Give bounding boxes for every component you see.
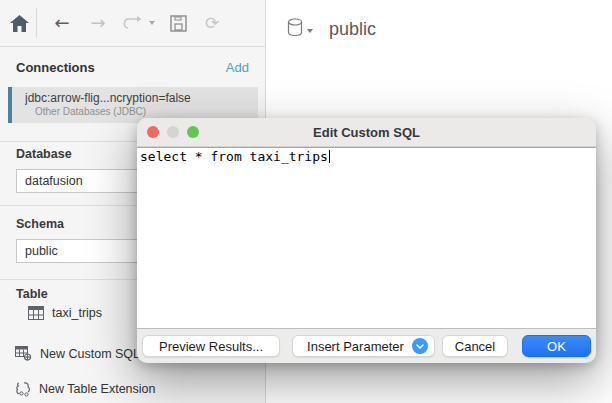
new-custom-sql-label: New Custom SQL <box>40 347 140 361</box>
database-cylinder-icon[interactable] <box>287 18 303 41</box>
dialog-title: Edit Custom SQL <box>313 125 420 140</box>
sql-text: select * from taxi_trips <box>140 149 328 164</box>
reset-dropdown-caret-icon[interactable] <box>149 21 155 25</box>
custom-sql-icon <box>15 346 32 361</box>
new-table-extension-label: New Table Extension <box>39 382 156 396</box>
back-icon[interactable]: ← <box>49 10 75 36</box>
dialog-footer: Preview Results... Insert Parameter Canc… <box>137 329 596 363</box>
database-label: Database <box>16 147 72 161</box>
table-item-taxi-trips[interactable]: taxi_trips <box>28 306 102 320</box>
save-icon[interactable] <box>165 10 191 36</box>
database-dropdown-caret-icon[interactable] <box>307 29 313 33</box>
reset-icon <box>119 10 149 36</box>
connection-subtitle: Other Databases (JDBC) <box>25 106 254 117</box>
edit-custom-sql-dialog: Edit Custom SQL select * from taxi_trips… <box>137 118 596 363</box>
table-grid-icon <box>28 306 44 320</box>
toolbar-divider <box>36 8 37 38</box>
table-item-label: taxi_trips <box>52 306 102 320</box>
traffic-lights <box>147 126 199 138</box>
connections-header: Connections Add <box>16 60 249 75</box>
insert-parameter-label: Insert Parameter <box>307 339 404 354</box>
close-icon[interactable] <box>147 126 159 138</box>
text-cursor <box>329 150 330 163</box>
forward-icon: → <box>85 10 111 36</box>
sql-text-editor[interactable]: select * from taxi_trips <box>137 147 596 329</box>
schema-label: Schema <box>16 217 64 231</box>
cancel-button[interactable]: Cancel <box>442 335 508 357</box>
dialog-titlebar[interactable]: Edit Custom SQL <box>137 118 596 147</box>
tableau-data-source-window: ← → ⟳ Connections Add jdbc:arrow-flig...… <box>0 0 612 403</box>
refresh-icon: ⟳ <box>199 10 225 36</box>
ok-button[interactable]: OK <box>522 335 591 357</box>
new-table-extension[interactable]: New Table Extension <box>15 381 156 397</box>
table-label: Table <box>16 287 48 301</box>
zoom-icon[interactable] <box>187 126 199 138</box>
schema-select-value: public <box>25 244 58 258</box>
insert-parameter-button[interactable]: Insert Parameter <box>292 335 435 357</box>
minimize-icon <box>167 126 179 138</box>
connections-label: Connections <box>16 60 95 75</box>
canvas-header: public <box>287 18 376 41</box>
new-custom-sql[interactable]: New Custom SQL <box>15 346 140 361</box>
home-icon[interactable] <box>6 10 32 36</box>
add-connection-link[interactable]: Add <box>226 60 249 75</box>
canvas-schema-title: public <box>329 19 376 40</box>
table-extension-icon <box>15 381 31 397</box>
toolbar: ← → ⟳ <box>0 0 265 47</box>
chevron-down-icon <box>412 338 428 354</box>
preview-results-button[interactable]: Preview Results... <box>142 335 280 357</box>
database-select-value: datafusion <box>25 174 83 188</box>
connection-title: jdbc:arrow-flig...ncryption=false <box>25 91 254 105</box>
